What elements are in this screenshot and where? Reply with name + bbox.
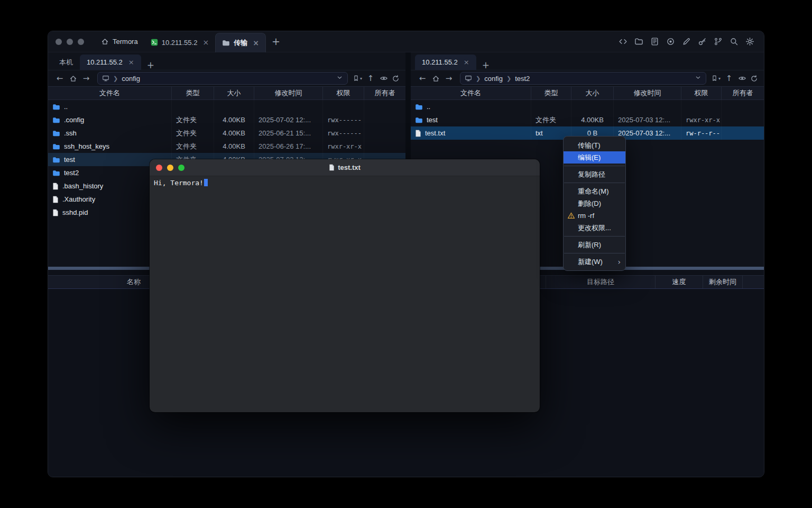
maximize-window-button[interactable] xyxy=(78,39,84,45)
column-header-perm[interactable]: 权限 xyxy=(323,87,364,99)
path-dropdown[interactable] xyxy=(336,74,343,83)
column-header-target-path[interactable]: 目标路径 xyxy=(546,276,656,288)
pencil-icon[interactable] xyxy=(682,37,691,46)
folder-icon[interactable] xyxy=(634,37,643,46)
column-header-type[interactable]: 类型 xyxy=(531,87,571,99)
forward-button[interactable]: → xyxy=(80,75,93,83)
column-header-remaining-time[interactable]: 剩余时间 xyxy=(703,276,743,288)
show-hidden-files-button[interactable] xyxy=(379,74,389,83)
breadcrumb-segment[interactable]: test2 xyxy=(515,75,530,83)
left-table-header: 文件名 类型 大小 修改时间 权限 所有者 xyxy=(48,86,405,100)
menu-item-refresh[interactable]: 刷新(R) xyxy=(564,239,625,251)
menu-separator xyxy=(564,236,625,237)
app-title: Termora xyxy=(113,38,138,46)
settings-gear-icon[interactable] xyxy=(745,37,754,46)
column-header-size[interactable]: 大小 xyxy=(571,87,614,99)
table-row[interactable]: .. xyxy=(48,100,405,113)
file-icon xyxy=(52,209,59,216)
folder-icon xyxy=(52,169,60,176)
tab-home[interactable]: Termora xyxy=(95,38,144,46)
column-header-size[interactable]: 大小 xyxy=(214,87,254,99)
column-header-type[interactable]: 类型 xyxy=(172,87,214,99)
menu-item-new[interactable]: 新建(W) › xyxy=(564,256,625,268)
tab-remote-left[interactable]: 10.211.55.2 × xyxy=(80,55,141,70)
file-icon xyxy=(52,196,59,203)
path-breadcrumb[interactable]: ❯ config ❯ test2 xyxy=(460,72,706,85)
breadcrumb-segment[interactable]: config xyxy=(484,75,503,83)
submenu-chevron-icon: › xyxy=(617,258,621,266)
menu-item-delete[interactable]: 删除(D) xyxy=(564,197,625,210)
column-header-speed[interactable]: 速度 xyxy=(656,276,703,288)
bookmarks-button[interactable]: ▾ xyxy=(711,74,721,83)
right-panel-toolbar: ← → ❯ config ❯ test2 ▾ xyxy=(411,70,764,86)
traffic-lights xyxy=(56,39,84,45)
editor-content[interactable]: Hi, Termora! xyxy=(150,176,540,189)
close-tab-icon[interactable]: × xyxy=(464,59,469,66)
context-menu: 传输(T) 编辑(E) 复制路径 重命名(M) 删除(D) rm -rf 更改权… xyxy=(563,136,626,271)
eye-icon xyxy=(380,74,388,83)
table-row[interactable]: .ssh 文件夹 4.00KB 2025-06-21 15:... rwx---… xyxy=(48,126,405,140)
new-panel-tab-button[interactable]: + xyxy=(476,61,495,70)
tab-remote-right[interactable]: 10.211.55.2 × xyxy=(415,55,476,70)
breadcrumb-segment[interactable]: config xyxy=(122,75,140,83)
menu-item-chmod[interactable]: 更改权限... xyxy=(564,222,625,234)
menu-item-transfer[interactable]: 传输(T) xyxy=(564,139,625,151)
path-breadcrumb[interactable]: ❯ config xyxy=(97,72,348,85)
back-button[interactable]: ← xyxy=(53,75,66,83)
forward-button[interactable]: → xyxy=(442,75,455,83)
column-header-perm[interactable]: 权限 xyxy=(681,87,722,99)
new-panel-tab-button[interactable]: + xyxy=(141,61,160,70)
close-tab-icon[interactable]: × xyxy=(253,39,259,47)
table-row[interactable]: test 文件夹 4.00KB 2025-07-03 12:... rwxr-x… xyxy=(411,113,764,126)
column-header-name[interactable]: 文件名 xyxy=(411,87,531,99)
menu-item-copy-path[interactable]: 复制路径 xyxy=(564,168,625,180)
tab-transfer[interactable]: 传输 × xyxy=(215,33,266,52)
home-button[interactable] xyxy=(68,74,78,83)
folder-icon xyxy=(52,130,60,137)
column-header-modified[interactable]: 修改时间 xyxy=(254,87,323,99)
column-header-owner[interactable]: 所有者 xyxy=(722,87,764,99)
tab-ssh-session[interactable]: 10.211.55.2 × xyxy=(144,33,215,52)
menu-item-label: 传输(T) xyxy=(578,141,601,150)
parent-directory-button[interactable]: ↑ xyxy=(723,75,735,83)
menu-separator xyxy=(564,166,625,166)
menu-item-rename[interactable]: 重命名(M) xyxy=(564,185,625,197)
show-hidden-files-button[interactable] xyxy=(737,74,747,83)
branch-icon[interactable] xyxy=(714,37,723,46)
file-name: test xyxy=(64,156,75,164)
key-icon[interactable] xyxy=(698,37,707,46)
bookmarks-button[interactable]: ▾ xyxy=(353,74,362,83)
table-row[interactable]: ssh_host_keys 文件夹 4.00KB 2025-06-26 17:.… xyxy=(48,140,405,153)
termora-window: Termora 10.211.55.2 × 传输 × + xyxy=(48,31,764,477)
refresh-button[interactable] xyxy=(749,74,759,83)
column-header-owner[interactable]: 所有者 xyxy=(364,87,405,99)
menu-item-edit[interactable]: 编辑(E) xyxy=(564,151,625,164)
path-dropdown[interactable] xyxy=(695,74,702,83)
file-name: test.txt xyxy=(425,129,445,137)
close-window-button[interactable] xyxy=(56,39,62,45)
column-header-modified[interactable]: 修改时间 xyxy=(614,87,681,99)
parent-directory-button[interactable]: ↑ xyxy=(364,75,377,83)
column-header-name[interactable]: 文件名 xyxy=(48,87,172,99)
editor-text: Hi, Termora! xyxy=(154,179,204,187)
home-button[interactable] xyxy=(431,74,440,83)
tab-label: 传输 xyxy=(234,38,247,48)
log-icon[interactable] xyxy=(650,37,659,46)
close-tab-icon[interactable]: × xyxy=(128,59,134,66)
refresh-button[interactable] xyxy=(391,74,400,83)
back-button[interactable]: ← xyxy=(416,75,429,83)
table-row[interactable]: .config 文件夹 4.00KB 2025-07-02 12:... rwx… xyxy=(48,113,405,126)
search-icon[interactable] xyxy=(730,37,739,46)
new-tab-button[interactable]: + xyxy=(266,37,286,47)
code-icon[interactable] xyxy=(619,37,628,46)
minimize-window-button[interactable] xyxy=(67,39,73,45)
menu-item-rm-rf[interactable]: rm -rf xyxy=(564,210,625,222)
computer-icon xyxy=(102,75,109,82)
titlebar-toolbar xyxy=(619,37,756,46)
close-tab-icon[interactable]: × xyxy=(202,39,209,46)
table-row[interactable]: .. xyxy=(411,100,764,113)
tab-local[interactable]: 本机 xyxy=(52,55,80,70)
record-icon[interactable] xyxy=(666,37,675,46)
breadcrumb-separator: ❯ xyxy=(506,75,511,82)
folder-icon xyxy=(222,39,230,46)
